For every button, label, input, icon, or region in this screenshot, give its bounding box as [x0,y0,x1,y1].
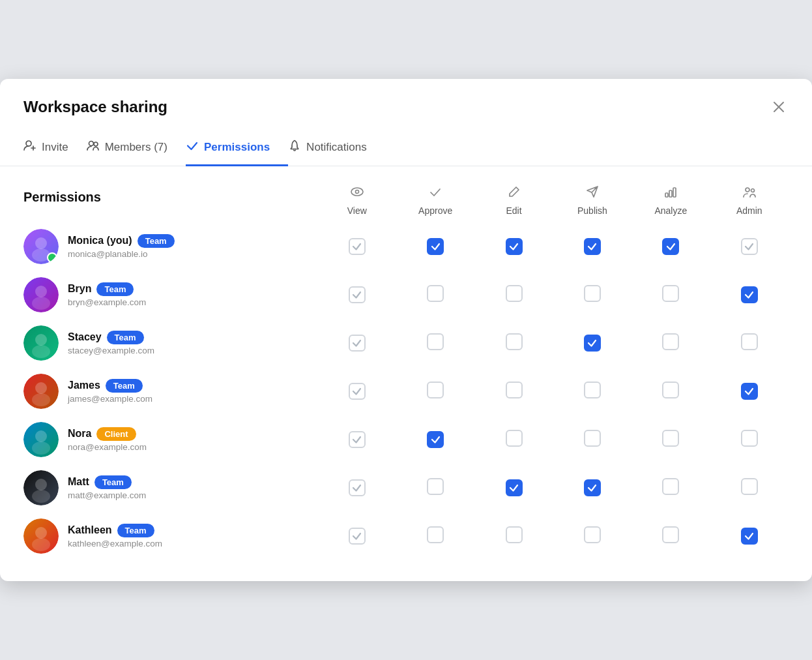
permission-cell-view [318,512,396,560]
permission-checkbox[interactable] [506,238,523,255]
permission-checkbox[interactable] [584,335,601,352]
modal-title: Workspace sharing [23,98,167,116]
permission-checkbox[interactable] [349,238,366,255]
permission-cell-admin [710,367,789,415]
permission-checkbox[interactable] [427,333,444,350]
permission-checkbox[interactable] [584,526,601,543]
permission-cell-analyze [631,512,710,560]
permission-checkbox[interactable] [584,479,601,496]
avatar [23,325,59,361]
tab-members[interactable]: Members (7) [87,130,186,166]
approve-icon [396,185,474,202]
user-badge: Client [96,427,136,441]
col-analyze: Analyze [631,185,710,222]
user-cell: KathleenTeamkathleen@example.com [23,512,318,560]
table-row: BrynTeambryn@example.com [23,271,789,319]
permission-checkbox[interactable] [349,286,366,303]
permission-checkbox[interactable] [349,528,366,545]
permission-cell-admin [710,512,789,560]
permission-checkbox[interactable] [349,431,366,448]
permission-checkbox[interactable] [662,238,679,255]
permission-cell-publish [553,512,631,560]
permission-checkbox[interactable] [427,478,444,495]
tab-permissions[interactable]: Permissions [186,130,288,166]
svg-rect-5 [665,193,668,197]
table-row: NoraClientnora@example.com [23,415,789,464]
permission-checkbox[interactable] [349,479,366,496]
svg-point-8 [746,188,749,192]
permission-checkbox[interactable] [427,285,444,302]
permission-cell-publish [553,415,631,464]
permission-checkbox[interactable] [427,431,444,448]
permission-checkbox[interactable] [741,286,758,303]
col-publish-label: Publish [577,205,607,216]
user-badge: Team [138,234,175,248]
permission-checkbox[interactable] [741,430,758,447]
permission-checkbox[interactable] [506,526,523,543]
user-badge: Team [106,379,143,393]
user-name: Matt [68,476,89,488]
permission-checkbox[interactable] [584,430,601,447]
permission-checkbox[interactable] [662,478,679,495]
user-email: bryn@example.com [68,297,146,307]
permission-checkbox[interactable] [427,238,444,255]
permission-cell-publish [553,222,631,271]
close-button[interactable] [769,97,789,117]
svg-point-23 [35,430,47,442]
svg-point-12 [32,248,50,262]
user-name: Nora [68,428,91,440]
permission-cell-admin [710,271,789,319]
permission-checkbox[interactable] [584,382,601,398]
permission-checkbox[interactable] [662,526,679,543]
permission-checkbox[interactable] [662,430,679,447]
permission-checkbox[interactable] [506,333,523,350]
permission-cell-publish [553,367,631,415]
permissions-table: Permissions View [23,185,789,560]
permission-checkbox[interactable] [427,526,444,543]
user-cell: MattTeammatt@example.com [23,464,318,512]
permission-checkbox[interactable] [662,285,679,302]
permission-checkbox[interactable] [662,382,679,398]
permissions-check-icon [186,139,199,155]
permission-checkbox[interactable] [584,285,601,302]
permission-checkbox[interactable] [662,333,679,350]
col-approve: Approve [396,185,474,222]
permission-cell-analyze [631,271,710,319]
avatar [23,277,59,312]
permission-checkbox[interactable] [506,285,523,302]
tab-invite-label: Invite [42,141,68,154]
tab-invite[interactable]: Invite [23,130,87,166]
col-edit-label: Edit [506,205,521,216]
col-edit: Edit [474,185,553,222]
permission-checkbox[interactable] [506,479,523,496]
tab-permissions-label: Permissions [204,141,270,154]
permission-checkbox[interactable] [741,528,758,545]
permission-cell-edit [474,415,553,464]
col-admin-label: Admin [736,205,762,216]
permission-checkbox[interactable] [741,383,758,400]
svg-point-21 [32,393,50,406]
tab-notifications[interactable]: Notifications [288,130,385,166]
permission-checkbox[interactable] [741,333,758,350]
permission-checkbox[interactable] [427,382,444,398]
permission-checkbox[interactable] [741,478,758,495]
svg-point-17 [35,334,47,346]
permission-checkbox[interactable] [584,238,601,255]
permission-checkbox[interactable] [349,335,366,352]
permission-checkbox[interactable] [349,383,366,400]
permission-cell-view [318,415,396,464]
svg-point-14 [35,286,47,297]
user-email: stacey@example.com [68,346,154,355]
user-email: james@example.com [68,394,152,404]
permission-cell-publish [553,271,631,319]
permissions-content: Permissions View [0,166,812,581]
svg-point-18 [32,345,50,358]
avatar [23,518,59,554]
avatar [23,470,59,505]
table-row: KathleenTeamkathleen@example.com [23,512,789,560]
permission-cell-approve [396,222,474,271]
permission-checkbox[interactable] [506,382,523,398]
permission-checkbox[interactable] [506,430,523,447]
user-cell: StaceyTeamstacey@example.com [23,319,318,367]
permission-checkbox[interactable] [741,238,758,255]
